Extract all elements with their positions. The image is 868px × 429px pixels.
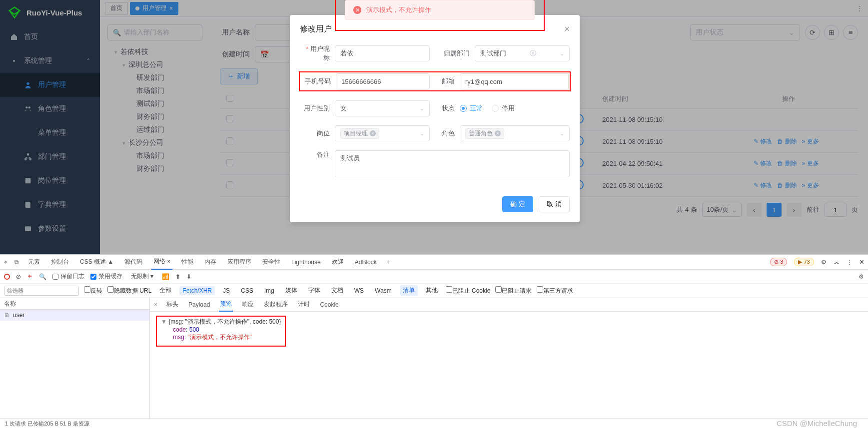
preserve-log-checkbox[interactable]: 保留日志: [52, 272, 84, 281]
filter-fetch[interactable]: Fetch/XHR: [179, 286, 215, 295]
filter-other[interactable]: 其他: [423, 285, 441, 296]
filter-media[interactable]: 媒体: [282, 285, 300, 296]
phone-label: 手机号码: [301, 77, 336, 86]
record-button[interactable]: [4, 274, 10, 280]
annotation-box: ▼ {msg: "演示模式，不允许操作", code: 500} code: 5…: [156, 316, 286, 347]
error-icon: ✕: [353, 6, 361, 14]
request-detail: × 标头 Payload 预览 响应 发起程序 计时 Cookie ▼ {msg…: [150, 298, 868, 418]
devtools-tab-elements[interactable]: 元素: [26, 255, 42, 269]
detail-tab-cookie[interactable]: Cookie: [319, 299, 339, 311]
devtools-tab-console[interactable]: 控制台: [49, 255, 71, 269]
close-icon[interactable]: ×: [154, 301, 157, 308]
clear-icon[interactable]: ⓧ: [530, 49, 536, 58]
devtools-tab-sources[interactable]: 源代码: [122, 255, 144, 269]
filter-manifest[interactable]: 清单: [400, 285, 418, 296]
tag-remove-icon[interactable]: ×: [370, 130, 376, 136]
file-icon: 🗎: [4, 312, 10, 319]
blocked-cookie-checkbox[interactable]: 已阻止 Cookie: [446, 286, 491, 295]
email-label: 邮箱: [440, 77, 460, 86]
post-select[interactable]: 项目经理×⌄: [335, 125, 430, 141]
nickname-input[interactable]: 若依: [335, 45, 430, 61]
phone-input[interactable]: 15666666666: [336, 73, 430, 89]
gear-icon[interactable]: ⚙: [821, 259, 827, 266]
post-label: 岗位: [300, 129, 335, 138]
filter-font[interactable]: 字体: [305, 285, 323, 296]
filter-input[interactable]: [4, 286, 79, 296]
devtools-tab-network[interactable]: 网络 ×: [151, 254, 172, 270]
chevron-down-icon: ⌄: [420, 130, 424, 137]
blocked-req-checkbox[interactable]: 已阻止请求: [495, 286, 532, 295]
toast-message: 演示模式，不允许操作: [366, 5, 431, 14]
detail-tab-payload[interactable]: Payload: [187, 299, 211, 311]
devtools-tab-css[interactable]: CSS 概述 ▲: [78, 255, 115, 269]
status-normal-radio[interactable]: 正常: [460, 104, 483, 113]
role-label: 角色: [440, 129, 460, 138]
detail-tab-preview[interactable]: 预览: [219, 297, 233, 312]
sex-label: 用户性别: [300, 104, 335, 113]
status-label: 状态: [440, 104, 460, 113]
devtools-tab-welcome[interactable]: 欢迎: [330, 255, 346, 269]
filter-all[interactable]: 全部: [156, 285, 174, 296]
filter-wasm[interactable]: Wasm: [372, 286, 395, 295]
tag-remove-icon[interactable]: ×: [495, 130, 501, 136]
email-input[interactable]: ry1@qq.com: [460, 73, 569, 89]
devtools-tabs: ⌖ ⧉ 元素 控制台 CSS 概述 ▲ 源代码 网络 × 性能 内存 应用程序 …: [0, 255, 868, 270]
devtools-panel: ⌖ ⧉ 元素 控制台 CSS 概述 ▲ 源代码 网络 × 性能 内存 应用程序 …: [0, 254, 868, 429]
remark-textarea[interactable]: 测试员: [335, 150, 570, 177]
network-filters: 反转 隐藏数据 URL 全部 Fetch/XHR JS CSS Img 媒体 字…: [0, 284, 868, 298]
hide-data-checkbox[interactable]: 隐藏数据 URL: [107, 286, 151, 295]
search-icon[interactable]: 🔍: [39, 273, 46, 280]
upload-icon[interactable]: ⬆: [175, 273, 180, 280]
throttle-select[interactable]: 无限制 ▾: [128, 271, 156, 282]
link-icon[interactable]: ⫘: [834, 259, 840, 266]
filter-js[interactable]: JS: [220, 286, 233, 295]
role-tag[interactable]: 普通角色×: [465, 128, 504, 139]
watermark: CSDN @MichelleChung: [777, 419, 857, 428]
disable-cache-checkbox[interactable]: 禁用缓存: [90, 272, 122, 281]
more-icon[interactable]: ⋮: [847, 259, 853, 266]
devtools-tab-performance[interactable]: 性能: [179, 255, 195, 269]
error-count-badge[interactable]: ⊘ 3: [770, 258, 787, 266]
plus-icon[interactable]: ＋: [386, 258, 392, 266]
devtools-tab-memory[interactable]: 内存: [202, 255, 218, 269]
cancel-button[interactable]: 取 消: [539, 196, 570, 212]
dept-label: 归属部门: [440, 49, 475, 58]
role-select[interactable]: 普通角色×⌄: [460, 125, 570, 141]
chevron-down-icon: ⌄: [560, 130, 564, 137]
filter-img[interactable]: Img: [261, 286, 277, 295]
detail-tab-initiator[interactable]: 发起程序: [263, 298, 289, 311]
devtools-tab-lighthouse[interactable]: Lighthouse: [289, 256, 323, 269]
inspect-icon[interactable]: ⌖: [4, 259, 7, 266]
detail-tab-headers[interactable]: 标头: [165, 298, 179, 311]
close-icon[interactable]: ×: [860, 258, 864, 267]
confirm-button[interactable]: 确 定: [502, 196, 533, 212]
request-item[interactable]: 🗎 user: [0, 310, 149, 321]
sex-select[interactable]: 女⌄: [335, 100, 430, 116]
filter-button[interactable]: ⫩: [27, 273, 33, 280]
filter-ws[interactable]: WS: [351, 286, 367, 295]
detail-tab-response[interactable]: 响应: [241, 298, 255, 311]
post-tag[interactable]: 项目经理×: [340, 128, 379, 139]
edit-user-dialog: 修改用户 × 用户昵称 若依 归属部门 测试部门ⓧ ⌄ 手机号码: [290, 15, 580, 222]
response-preview[interactable]: ▼ {msg: "演示模式，不允许操作", code: 500} code: 5…: [150, 312, 868, 418]
device-icon[interactable]: ⧉: [14, 259, 19, 266]
dept-select[interactable]: 测试部门ⓧ ⌄: [475, 45, 570, 61]
third-party-checkbox[interactable]: 第三方请求: [537, 286, 573, 295]
devtools-tab-application[interactable]: 应用程序: [225, 255, 253, 269]
request-list: 名称 🗎 user: [0, 298, 150, 418]
dialog-title: 修改用户: [300, 24, 332, 34]
download-icon[interactable]: ⬇: [186, 273, 191, 280]
detail-tab-timing[interactable]: 计时: [297, 298, 311, 311]
warning-count-badge[interactable]: ▶ 73: [794, 258, 814, 266]
close-icon[interactable]: ×: [564, 24, 570, 34]
wifi-icon[interactable]: 📶: [162, 273, 169, 280]
filter-css[interactable]: CSS: [238, 286, 256, 295]
invert-checkbox[interactable]: 反转: [84, 286, 102, 295]
filter-doc[interactable]: 文档: [328, 285, 346, 296]
gear-icon[interactable]: ⚙: [859, 273, 864, 280]
clear-button[interactable]: ⊘: [16, 273, 21, 280]
devtools-tab-adblock[interactable]: AdBlock: [353, 256, 379, 269]
devtools-tab-security[interactable]: 安全性: [260, 255, 282, 269]
list-header-name[interactable]: 名称: [0, 298, 149, 310]
status-disabled-radio[interactable]: 停用: [492, 104, 515, 113]
